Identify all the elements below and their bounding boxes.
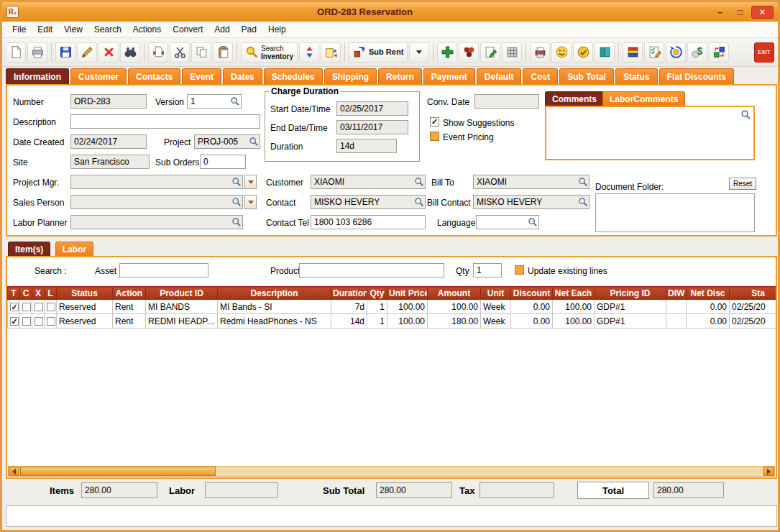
col-amount[interactable]: Amount	[428, 287, 481, 300]
sub-rent-dropdown-button[interactable]	[409, 42, 429, 63]
sales-person-dropdown[interactable]	[244, 195, 257, 209]
tab-default[interactable]: Default	[477, 68, 522, 84]
table-cell[interactable]	[32, 300, 45, 314]
search-icon[interactable]	[231, 197, 242, 207]
table-cell[interactable]: 0.00	[687, 314, 730, 329]
col-status[interactable]: Status	[57, 287, 113, 300]
table-cell[interactable]: 0.00	[687, 300, 730, 314]
table-cell[interactable]	[45, 300, 57, 314]
add-item-button[interactable]	[437, 42, 457, 63]
conv-date-field[interactable]	[474, 94, 539, 109]
edit-notes-button[interactable]	[480, 42, 500, 63]
tab-labor-comments[interactable]: LaborComments	[602, 91, 685, 106]
menu-search[interactable]: Search	[88, 22, 127, 37]
description-field[interactable]	[70, 114, 260, 129]
table-cell[interactable]	[8, 314, 20, 329]
table-cell[interactable]	[20, 314, 32, 329]
duration-field[interactable]: 14d	[336, 139, 397, 153]
close-button[interactable]: ×	[751, 6, 774, 19]
col-unit-price[interactable]: Unit Price	[387, 287, 428, 300]
row-l-checkbox[interactable]	[47, 317, 55, 326]
bill-to-field[interactable]: XIAOMI	[473, 175, 589, 189]
row-l-checkbox[interactable]	[47, 303, 55, 311]
table-cell[interactable]: 100.00	[387, 314, 428, 329]
approval-button[interactable]	[573, 42, 593, 63]
menu-view[interactable]: View	[58, 22, 88, 37]
table-cell[interactable]: Week	[481, 300, 511, 314]
table-cell[interactable]	[20, 300, 32, 314]
table-cell[interactable]: 100.00	[553, 314, 595, 329]
col-action[interactable]: Action	[113, 287, 146, 300]
col-net-disc[interactable]: Net Disc	[687, 287, 730, 300]
table-cell[interactable]: GDP#1	[595, 314, 666, 329]
sub-rent-button[interactable]: Sub Rent	[349, 42, 408, 63]
reset-button[interactable]: Reset	[729, 178, 756, 190]
update-existing-checkbox[interactable]	[515, 265, 524, 275]
search-icon[interactable]	[414, 177, 424, 187]
table-cell[interactable]: Week	[481, 314, 511, 329]
menu-edit[interactable]: Edit	[32, 22, 58, 37]
paste-button[interactable]	[213, 42, 233, 63]
search-icon[interactable]	[231, 217, 242, 227]
tab-cost[interactable]: Cost	[523, 68, 558, 84]
table-row[interactable]: Reserved Rent REDMI HEADP... Redmi HeadP…	[8, 314, 776, 329]
col-duration[interactable]: Duration	[331, 287, 367, 300]
qty-input[interactable]: 1	[473, 263, 502, 278]
tab-comments[interactable]: Comments	[545, 91, 604, 106]
search-inventory-button[interactable]: SearchInventory	[241, 42, 298, 63]
cut-button[interactable]	[170, 42, 190, 63]
tab-event[interactable]: Event	[182, 68, 221, 84]
search-icon[interactable]	[414, 197, 424, 207]
sort-arrows-button[interactable]	[299, 42, 319, 63]
number-field[interactable]: ORD-283	[70, 94, 147, 109]
convert-button[interactable]	[148, 42, 168, 63]
exchange-button[interactable]	[709, 42, 729, 63]
table-cell[interactable]: 100.00	[553, 300, 595, 314]
menu-add[interactable]: Add	[208, 22, 235, 37]
labor-planner-field[interactable]	[70, 215, 243, 229]
table-cell[interactable]: 0.00	[511, 314, 553, 329]
delete-button[interactable]	[98, 42, 119, 63]
table-cell[interactable]: Rent	[113, 314, 146, 329]
col-description[interactable]: Description	[218, 287, 331, 300]
table-cell[interactable]: MI BANDS	[146, 300, 218, 314]
tab-payment[interactable]: Payment	[423, 68, 475, 84]
money-button[interactable]: $	[687, 42, 707, 63]
table-cell[interactable]	[45, 314, 57, 329]
site-field[interactable]: San Francisco	[70, 155, 150, 169]
tab-schedules[interactable]: Schedules	[264, 68, 323, 84]
sales-person-field[interactable]	[70, 195, 243, 209]
feedback-button[interactable]	[551, 42, 572, 63]
project-mgr-dropdown[interactable]	[244, 175, 257, 189]
row-x-checkbox[interactable]	[35, 317, 43, 326]
print-button[interactable]	[27, 42, 47, 63]
language-field[interactable]	[476, 215, 539, 229]
date-created-field[interactable]: 02/24/2017	[70, 134, 147, 149]
table-cell[interactable]: 100.00	[428, 300, 481, 314]
search-icon[interactable]	[230, 96, 240, 106]
tab-sub-total[interactable]: Sub Total	[559, 68, 614, 84]
table-cell[interactable]: REDMI HEADP...	[146, 314, 218, 329]
comments-textarea[interactable]	[545, 106, 755, 160]
customer-field[interactable]: XIAOMI	[311, 175, 426, 189]
tab-shipping[interactable]: Shipping	[324, 68, 377, 84]
scroll-thumb[interactable]	[20, 467, 216, 476]
table-cell[interactable]	[666, 314, 687, 329]
table-cell[interactable]: 02/25/20	[730, 300, 776, 314]
col-pricing-id[interactable]: Pricing ID	[595, 287, 666, 300]
table-cell[interactable]: Redmi HeadPhones - NS	[218, 314, 331, 329]
table-row[interactable]: Reserved Rent MI BANDS MI Bands - SI 7d …	[8, 300, 776, 314]
asset-input[interactable]	[119, 263, 208, 278]
contact-tel-field[interactable]: 1800 103 6286	[311, 215, 426, 229]
scroll-left-button[interactable]	[9, 467, 19, 476]
tab-return[interactable]: Return	[378, 68, 422, 84]
col-discount[interactable]: Discount	[511, 287, 553, 300]
menu-convert[interactable]: Convert	[167, 22, 208, 37]
table-cell[interactable]	[8, 300, 20, 314]
scroll-track[interactable]	[19, 467, 763, 476]
product-groups-button[interactable]	[459, 42, 479, 63]
table-cell[interactable]: GDP#1	[595, 300, 666, 314]
minimize-button[interactable]: –	[711, 6, 729, 19]
search-icon[interactable]	[249, 137, 259, 147]
col-c[interactable]: C	[20, 287, 32, 300]
